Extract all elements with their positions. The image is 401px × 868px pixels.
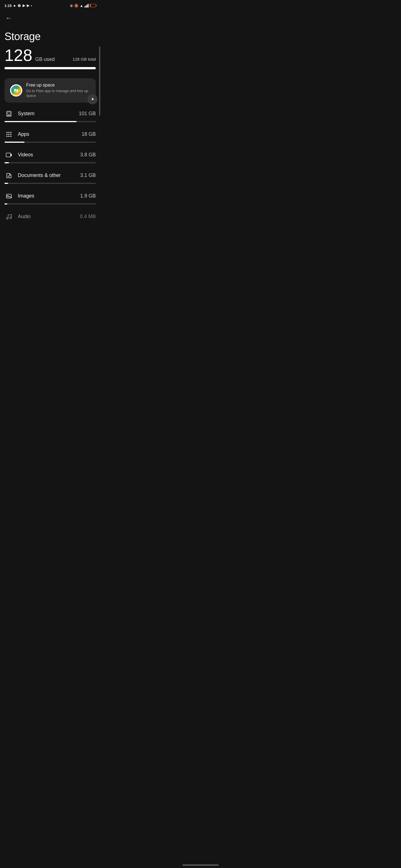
status-time-area: 1:15 ● ⊕ ▶ ▶ ●: [4, 3, 32, 8]
storage-bar-fill: [4, 67, 96, 69]
storage-items-list: System 101 GB: [0, 109, 100, 224]
free-space-card[interactable]: Free up space Go to Files app to manage …: [4, 78, 96, 103]
audio-size: 0.4 MB: [80, 214, 96, 219]
free-space-description: Go to Files app to manage and free up sp…: [26, 89, 90, 98]
apps-label: Apps: [18, 131, 29, 137]
svg-point-10: [10, 134, 11, 135]
storage-item-system[interactable]: System 101 GB: [4, 109, 96, 122]
storage-used-display: 128 GB used: [4, 47, 55, 64]
sparkle-button[interactable]: ✦: [87, 94, 97, 104]
storage-item-row-system: System 101 GB: [4, 109, 96, 118]
apps-icon: [4, 130, 13, 139]
videos-bar-bg: [4, 162, 96, 163]
svg-point-9: [8, 134, 9, 135]
system-bar-bg: [4, 121, 96, 122]
svg-point-5: [6, 132, 7, 133]
storage-item-videos[interactable]: Videos 3.8 GB: [4, 151, 96, 163]
videos-icon: [4, 151, 13, 159]
svg-point-8: [6, 134, 7, 135]
hidrive-icon: ⊕: [18, 3, 21, 8]
scrollbar-thumb: [99, 46, 100, 116]
videos-label: Videos: [18, 152, 33, 158]
storage-item-documents[interactable]: Documents & other 3.1 GB: [4, 171, 96, 184]
system-label: System: [18, 111, 34, 117]
apps-bar-fill: [4, 142, 25, 143]
storage-item-left-audio: Audio: [4, 212, 31, 221]
images-size: 1.9 GB: [80, 193, 96, 199]
files-app-icon: [10, 84, 22, 96]
svg-point-2: [9, 116, 9, 116]
videos-bar-fill: [4, 162, 9, 163]
videos-size: 3.8 GB: [80, 152, 96, 158]
svg-rect-3: [7, 112, 10, 114]
documents-label: Documents & other: [18, 173, 61, 178]
storage-item-row-videos: Videos 3.8 GB: [4, 151, 96, 159]
storage-item-row-images: Images 1.9 GB: [4, 192, 96, 200]
navigation-bar: ←: [0, 10, 100, 25]
storage-summary: 128 GB used 128 GB total: [0, 45, 100, 78]
storage-item-row-apps: Apps 18 GB: [4, 130, 96, 139]
system-bar-fill: [4, 121, 77, 122]
storage-item-row-audio: Audio 0.4 MB: [4, 212, 96, 221]
battery-icon: [90, 4, 96, 7]
files-icon-inner: [11, 85, 21, 95]
images-bar-fill: [4, 204, 7, 205]
images-bar-bg: [4, 204, 96, 205]
location-icon: ⊕: [70, 4, 73, 8]
documents-icon: [4, 171, 13, 180]
status-icons-area: ⊕ 🔕 ▲: [70, 4, 96, 8]
notification-muted-icon: 🔕: [74, 4, 79, 8]
audio-label: Audio: [18, 214, 31, 219]
svg-rect-17: [6, 194, 11, 198]
storage-total-label: 128 GB total: [73, 57, 96, 64]
storage-item-left-apps: Apps: [4, 130, 29, 139]
storage-item-images[interactable]: Images 1.9 GB: [4, 192, 96, 205]
storage-item-left-system: System: [4, 109, 34, 118]
system-icon: [4, 109, 13, 118]
images-label: Images: [18, 193, 34, 199]
storage-item-audio[interactable]: Audio 0.4 MB: [4, 212, 96, 224]
documents-bar-bg: [4, 183, 96, 184]
free-space-text: Free up space Go to Files app to manage …: [26, 83, 90, 98]
documents-size: 3.1 GB: [80, 173, 96, 178]
svg-point-7: [10, 132, 11, 133]
svg-point-11: [6, 136, 7, 137]
svg-point-12: [8, 136, 9, 137]
storage-numbers: 128 GB used 128 GB total: [4, 47, 96, 64]
storage-item-left-videos: Videos: [4, 151, 33, 159]
storage-bar: [4, 67, 96, 69]
storage-item-row-documents: Documents & other 3.1 GB: [4, 171, 96, 180]
storage-used-label: GB used: [35, 57, 55, 62]
time-display: 1:15: [4, 4, 12, 8]
audio-icon: [4, 212, 13, 221]
free-space-title: Free up space: [26, 83, 90, 88]
apps-size: 18 GB: [82, 131, 96, 137]
signal-bars: [84, 4, 89, 7]
svg-point-6: [8, 132, 9, 133]
youtube-icon: ▶: [23, 4, 25, 7]
scrollbar-track: [99, 0, 100, 232]
storage-item-apps[interactable]: Apps 18 GB: [4, 130, 96, 143]
storage-used-amount: 128: [4, 46, 32, 65]
storage-item-left-images: Images: [4, 192, 34, 200]
sparkle-icon: ✦: [91, 96, 94, 102]
documents-bar-fill: [4, 183, 8, 184]
wifi-icon: ▲: [80, 4, 83, 8]
storage-item-left-documents: Documents & other: [4, 171, 61, 180]
svg-point-19: [6, 218, 8, 219]
svg-point-13: [10, 136, 11, 137]
apps-bar-bg: [4, 142, 96, 143]
images-icon: [4, 192, 13, 200]
whatsapp-icon: ●: [13, 3, 16, 8]
back-button[interactable]: ←: [4, 13, 13, 23]
svg-rect-14: [6, 153, 10, 157]
dot-indicator: ●: [31, 4, 32, 7]
status-bar: 1:15 ● ⊕ ▶ ▶ ● ⊕ 🔕 ▲: [0, 0, 100, 10]
system-size: 101 GB: [79, 111, 96, 117]
page-title: Storage: [0, 25, 100, 45]
svg-point-20: [10, 217, 11, 219]
youtube-music-icon: ▶: [27, 4, 29, 7]
